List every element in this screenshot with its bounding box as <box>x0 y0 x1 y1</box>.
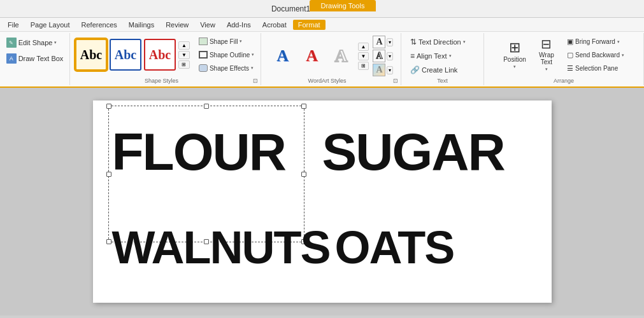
handle-top-right[interactable] <box>301 104 306 109</box>
title-bar: Drawing Tools Document18 - Microsoft Wor… <box>0 0 644 18</box>
shape-fill-icon <box>199 38 208 45</box>
shape-fill-button[interactable]: Shape Fill ▾ <box>195 36 258 47</box>
handle-middle-right[interactable] <box>301 172 306 177</box>
wordart-style-1[interactable]: A <box>269 43 297 69</box>
shape-effects-label: Shape Effects <box>210 65 249 72</box>
shape-style-more[interactable]: ⊞ <box>178 60 190 69</box>
menu-view[interactable]: View <box>195 20 220 30</box>
create-link-label: Create Link <box>422 66 457 74</box>
wordart-style-2[interactable]: A <box>298 43 326 69</box>
ribbon: ✎ Edit Shape ▾ A Draw Text Box Abc Abc A… <box>0 32 644 88</box>
text-direction-arrow: ▾ <box>463 39 466 45</box>
draw-text-box-button[interactable]: A Draw Text Box <box>3 52 68 66</box>
bring-forward-arrow: ▾ <box>617 39 620 45</box>
text-fill-icon: A <box>373 36 385 48</box>
position-button[interactable]: ⊞ Position ▾ <box>499 36 530 74</box>
shape-effects-icon <box>199 64 208 72</box>
wordart-style-3[interactable]: A <box>327 43 355 69</box>
ribbon-group-shape-styles: Abc Abc Abc ▲ ▼ ⊞ Shape Fill ▾ S <box>70 33 261 85</box>
align-text-arrow: ▾ <box>449 53 452 59</box>
send-backward-label: Send Backward <box>575 52 620 59</box>
shape-fill-arrow: ▾ <box>240 39 242 44</box>
menu-bar: File Page Layout References Mailings Rev… <box>0 18 644 32</box>
handle-top-left[interactable] <box>106 104 111 109</box>
shape-outline-icon <box>199 51 208 59</box>
create-link-button[interactable]: 🔗 Create Link <box>406 64 478 76</box>
document-area: FLOUR SUGAR WALNUTS OATS <box>0 88 644 315</box>
draw-text-box-icon: A <box>6 53 17 64</box>
position-label: Position <box>503 56 526 63</box>
text-outline-icon: A <box>373 50 385 62</box>
align-text-button[interactable]: ≡ Align Text ▾ <box>406 50 478 62</box>
shape-style-3[interactable]: Abc <box>144 39 176 71</box>
bring-forward-button[interactable]: ▣ Bring Forward ▾ <box>563 36 628 48</box>
wordart-text-color: A ▾ A ▾ A ▾ <box>373 36 393 76</box>
text-effects-arrow[interactable]: ▾ <box>387 66 393 74</box>
align-text-icon: ≡ <box>410 52 415 60</box>
shape-effects-arrow: ▾ <box>251 66 254 71</box>
menu-add-ins[interactable]: Add-Ins <box>222 20 256 30</box>
edit-shape-arrow: ▾ <box>54 40 57 45</box>
ribbon-group-text: ⇅ Text Direction ▾ ≡ Align Text ▾ 🔗 Crea… <box>401 33 484 85</box>
align-text-label: Align Text <box>417 52 447 60</box>
selection-pane-label: Selection Pane <box>575 65 618 72</box>
text-outline-arrow[interactable]: ▾ <box>387 52 393 60</box>
shape-outline-button[interactable]: Shape Outline ▾ <box>195 49 258 60</box>
arrange-stack: ▣ Bring Forward ▾ ▢ Send Backward ▾ ☰ Se… <box>563 36 628 74</box>
shape-outline-label: Shape Outline <box>210 52 250 59</box>
edit-shape-button[interactable]: ✎ Edit Shape ▾ <box>3 36 61 50</box>
selection-pane-button[interactable]: ☰ Selection Pane <box>563 62 628 74</box>
label-oats: OATS <box>335 225 454 270</box>
selection-pane-icon: ☰ <box>567 64 573 73</box>
shape-style-1[interactable]: Abc <box>75 39 107 71</box>
shape-style-2[interactable]: Abc <box>110 39 141 71</box>
text-direction-button[interactable]: ⇅ Text Direction ▾ <box>406 36 478 48</box>
menu-format[interactable]: Format <box>293 20 326 30</box>
wrap-text-button[interactable]: ⊟ Wrap Text ▾ <box>531 36 562 74</box>
edit-shape-label: Edit Shape <box>18 39 53 46</box>
ribbon-group-arrange: ⊞ Position ▾ ⊟ Wrap Text ▾ ▣ Bring Forwa… <box>484 33 644 85</box>
handle-bottom-left[interactable] <box>106 239 111 244</box>
text-fill-arrow[interactable]: ▾ <box>387 38 393 46</box>
menu-review[interactable]: Review <box>161 20 194 30</box>
shape-outline-arrow: ▾ <box>252 52 254 57</box>
wordart-up[interactable]: ▲ <box>358 43 369 51</box>
wordart-more[interactable]: ⊞ <box>358 62 369 70</box>
wordart-expand[interactable]: ⊡ <box>393 78 398 84</box>
label-walnuts: WALNUTS <box>112 225 330 270</box>
handle-top-center[interactable] <box>204 104 209 109</box>
create-link-icon: 🔗 <box>410 66 420 74</box>
wrap-text-arrow: ▾ <box>545 67 548 72</box>
send-backward-button[interactable]: ▢ Send Backward ▾ <box>563 49 628 61</box>
text-direction-label: Text Direction <box>419 38 461 46</box>
shape-style-down[interactable]: ▼ <box>178 51 190 59</box>
bring-forward-icon: ▣ <box>567 38 573 46</box>
position-icon: ⊞ <box>509 41 520 55</box>
label-sugar: SUGAR <box>322 126 504 178</box>
menu-acrobat[interactable]: Acrobat <box>257 20 292 30</box>
menu-mailings[interactable]: Mailings <box>124 20 159 30</box>
send-backward-arrow: ▾ <box>622 53 624 58</box>
send-backward-icon: ▢ <box>567 51 573 59</box>
shape-style-arrows: ▲ ▼ ⊞ <box>178 41 190 69</box>
text-effects-icon: A <box>373 64 385 76</box>
drawing-tools-tab[interactable]: Drawing Tools <box>310 0 376 11</box>
wordart-styles-label: WordArt Styles ⊡ <box>261 78 401 84</box>
menu-references[interactable]: References <box>76 20 122 30</box>
wrap-text-icon: ⊟ <box>541 38 552 50</box>
position-arrow: ▾ <box>513 64 516 69</box>
shape-style-up[interactable]: ▲ <box>178 41 190 50</box>
text-group-label: Text <box>401 78 483 84</box>
ribbon-group-insert: ✎ Edit Shape ▾ A Draw Text Box <box>0 33 70 85</box>
document-page: FLOUR SUGAR WALNUTS OATS <box>93 100 552 303</box>
arrange-group-label: Arrange <box>484 78 643 84</box>
menu-file[interactable]: File <box>3 20 24 30</box>
wordart-down[interactable]: ▼ <box>358 52 369 60</box>
shape-effects-button[interactable]: Shape Effects ▾ <box>195 62 258 74</box>
text-direction-icon: ⇅ <box>410 38 417 46</box>
shape-fill-buttons: Shape Fill ▾ Shape Outline ▾ Shape Effec… <box>195 36 258 74</box>
menu-page-layout[interactable]: Page Layout <box>25 20 75 30</box>
shape-styles-label: Shape Styles ⊡ <box>70 78 261 84</box>
handle-middle-left[interactable] <box>106 172 111 177</box>
shape-styles-expand[interactable]: ⊡ <box>253 78 258 84</box>
